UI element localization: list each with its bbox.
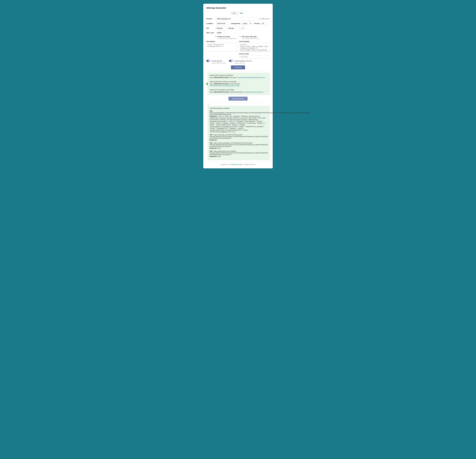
page-title: Sitemap Generator <box>206 7 270 9</box>
result-check-icon: ✓ <box>208 104 270 106</box>
yahoo-response-value: false <box>218 147 221 149</box>
yahoo-url-row: URL: https://search.yahooapis.com/SiteEx… <box>210 142 268 147</box>
google-url-row: URL: https://www.googleapis.com/webmaste… <box>210 110 268 115</box>
date-file-radio[interactable] <box>240 36 241 37</box>
lastmod-row: LastMod ChangeFreq yearly always hourly … <box>206 22 270 25</box>
main-card: Sitemap Generator DB URL Domain Http sec… <box>203 4 273 168</box>
urlset-header-label: Urlset Header <box>239 41 270 42</box>
ask-url-row: URL: https://submissions.ask.com/ping?si… <box>210 150 268 156</box>
sitemap-date-value: 2024-04-05 15:16:10 <box>214 77 229 78</box>
footer-text: Copyright © 2023 <box>221 164 232 166</box>
changefreq-select[interactable]: yearly always hourly daily weekly monthl… <box>241 22 252 25</box>
http-secure-option[interactable]: Http secure <box>259 18 270 20</box>
changefreq-label: ChangeFreq <box>231 23 240 25</box>
file-naming-row: Unique file name e.g. sitemap-6610158460… <box>215 36 270 39</box>
google-response-value: { "error": { "code": 401, "message": "Re… <box>210 115 265 133</box>
generate-button[interactable]: Generate <box>231 66 245 69</box>
google-url-value: https://www.googleapis.com/webmasters/v3… <box>210 112 311 115</box>
file-row: File <box>206 26 270 30</box>
file-header-section: File Header <?xml version="1.0" encoding… <box>206 41 237 58</box>
yahoo-response-row: Response: false <box>210 147 268 149</box>
yahoo-result: URL: https://search.yahooapis.com/SiteEx… <box>210 142 268 149</box>
result-wrapper: ✓ Submitting sitemap completed. URL: htt… <box>208 104 270 160</box>
file-prefix-input[interactable] <box>215 26 227 30</box>
divider-1 <box>206 71 270 71</box>
success-box: Sitemap file created successfully. Date:… <box>208 73 270 95</box>
gzip-toggle-label: Create gzip file <box>212 60 222 62</box>
ask-response-value: false <box>218 156 221 157</box>
bing-response-label: Response <box>210 139 217 141</box>
robots-toggle-item: Create/Update robots.txt (output: robots… <box>229 60 252 64</box>
google-response-label: Response <box>210 115 217 117</box>
bing-response-row: Response: <box>210 139 268 141</box>
yahoo-url-label: URL <box>210 142 213 144</box>
urllimit-row: URL Limit <box>206 31 270 34</box>
sitemap-gz-date-text: Date: 2024-04-05 15:16:10, Gzip File pat… <box>210 83 268 87</box>
ask-url-label: URL <box>210 150 213 152</box>
bing-url-label: URL <box>210 134 213 136</box>
robots-toggle[interactable] <box>229 60 233 62</box>
sitemap-gz-date-label: Date: <box>210 83 214 85</box>
http-secure-label: Http secure <box>262 18 270 20</box>
priority-input[interactable] <box>261 22 268 25</box>
success-wrapper: ✓ Sitemap file created successfully. Dat… <box>208 73 270 95</box>
result-box: Submitting sitemap completed. URL: https… <box>208 106 270 160</box>
robots-toggle-label: Create/Update robots.txt <box>234 60 252 62</box>
robots-toggle-sub: (output: robots.txt) <box>234 62 252 64</box>
file-ext-input[interactable] <box>240 26 245 30</box>
gzip-toggle-sub: (output: sitemap.xml.gz) <box>212 62 226 64</box>
google-response-row: Response: { "error": { "code": 401, "mes… <box>210 115 268 133</box>
ask-response-label: Response <box>210 156 217 157</box>
yahoo-response-label: Response <box>210 147 217 149</box>
date-file-label: File name with date <box>242 36 257 38</box>
sitemap-gz-date-value: 2024-04-05 15:16:10 <box>214 83 229 85</box>
submit-button[interactable]: Submit Sitemap <box>229 97 248 101</box>
sitemap-date-label: Date: <box>210 77 214 78</box>
bing-url-value: https://www.bing.com/webmaster/ping.aspx… <box>210 134 268 139</box>
file-name-input[interactable] <box>227 26 239 30</box>
ask-result: URL: https://submissions.ask.com/ping?si… <box>210 150 268 157</box>
urllimit-input[interactable] <box>216 31 226 34</box>
yahoo-url-value: https://search.yahooapis.com/SiteExplore… <box>210 142 268 147</box>
toggles-row: Create gzip file (output: sitemap.xml.gz… <box>206 60 270 64</box>
unique-file-example: e.g. sitemap-66101584601ff.xml <box>217 38 237 39</box>
robots-path-link[interactable]: /var/www/html/src/robots.txt <box>244 91 264 93</box>
sitemap-date-text: Date: 2024-04-05 15:16:10, File path: /v… <box>210 77 268 78</box>
robots-date-text: Date: 2024-04-05 15:16:10, robots.txt fi… <box>210 91 268 93</box>
unique-file-option: Unique file name e.g. sitemap-6610158460… <box>215 36 237 39</box>
file-header-textarea[interactable]: <?xml version="1.0" encoding="UTF-8"?> <box>206 43 237 51</box>
sitemap-created-text: Sitemap file created successfully. <box>210 74 268 76</box>
lastmod-input[interactable] <box>216 22 228 25</box>
robots-date-value: 2024-04-05 15:16:10 <box>214 91 229 93</box>
bing-result: URL: https://www.bing.com/webmaster/ping… <box>210 134 268 141</box>
urlset-footer-label: Urlset Footer <box>239 53 270 55</box>
headers-row: File Header <?xml version="1.0" encoding… <box>206 41 270 58</box>
tab-db[interactable]: DB <box>230 11 238 15</box>
sitemap-path-label: , File path: <box>229 77 237 78</box>
robots-path-label: , robots.txt file path: <box>229 91 244 93</box>
file-header-label: File Header <box>206 41 237 42</box>
robots-date-label: Date: <box>210 91 214 93</box>
gzip-toggle[interactable] <box>206 60 211 62</box>
sitemap-gz-created-text: Sitemap gzip file created successfully. <box>210 81 268 83</box>
tab-bar: DB URL <box>206 11 270 15</box>
tab-url[interactable]: URL <box>238 11 246 15</box>
sitemap-path-link[interactable]: /var/www/html/src/sitemap/sitemap.xml <box>237 77 265 78</box>
ask-response-row: Response: false <box>210 156 268 157</box>
urlset-header-textarea[interactable]: <urlset xmlns="http://www.sitemaps.org/s… <box>239 43 270 51</box>
file-label: File <box>206 27 215 29</box>
urllimit-label: URL Limit <box>206 32 215 34</box>
google-result: URL: https://www.googleapis.com/webmaste… <box>210 110 268 133</box>
ask-url-value: https://submissions.ask.com/ping?sitemap… <box>210 150 268 156</box>
footer-author-link[interactable]: Berkan Ümütlü <box>232 164 242 166</box>
robots-updated-text: robots.txt file updated successfully. <box>210 89 268 91</box>
domain-row: Domain Http secure <box>206 17 270 20</box>
http-secure-radio[interactable] <box>259 18 261 20</box>
footer: Copyright © 2023 Berkan Ümütlü. All Righ… <box>206 162 270 166</box>
urlset-footer-input[interactable] <box>239 55 270 58</box>
unique-file-radio[interactable] <box>215 36 216 37</box>
domain-input[interactable] <box>216 17 258 20</box>
lastmod-label: LastMod <box>206 23 215 25</box>
footer-suffix: . All Right Reserved. <box>242 164 256 166</box>
sitemap-gz-path-link[interactable]: /var/www/html/src/sitemap/sitemap.xml.gz <box>210 85 240 87</box>
